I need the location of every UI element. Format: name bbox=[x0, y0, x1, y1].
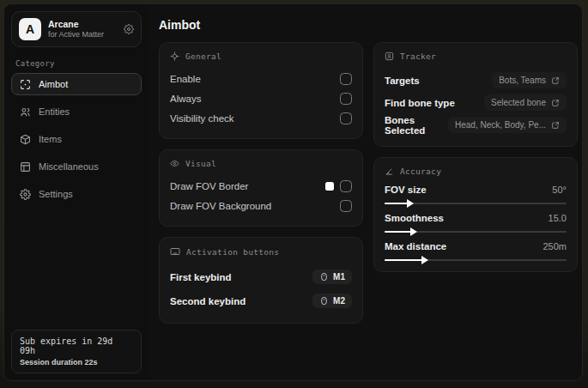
session-duration-text: Session duration 22s bbox=[20, 358, 133, 367]
section-title: Accuracy bbox=[400, 167, 441, 176]
activation-section: Activation buttons First keybind M1 bbox=[159, 237, 363, 324]
app-header: A Arcane for Active Matter bbox=[11, 11, 142, 47]
setting-row-find-bone-type: Find bone type Selected bone bbox=[385, 92, 567, 113]
expand-icon bbox=[551, 121, 560, 130]
accuracy-section: Accuracy FOV size 50° bbox=[373, 157, 578, 272]
app-subtitle: for Active Matter bbox=[48, 30, 117, 39]
mouse-icon bbox=[319, 296, 329, 306]
setting-row-visibility-check: Visibility check bbox=[170, 109, 352, 128]
gear-icon[interactable] bbox=[124, 24, 134, 34]
setting-row-smoothness: Smoothness 15.0 bbox=[385, 213, 567, 233]
smoothness-value: 15.0 bbox=[549, 213, 567, 223]
setting-row-enable: Enable bbox=[170, 70, 352, 88]
crosshair-icon bbox=[170, 52, 179, 61]
second-keybind-button[interactable]: M2 bbox=[312, 294, 352, 308]
draw-fov-background-checkbox[interactable] bbox=[340, 200, 352, 212]
fov-border-color-swatch[interactable] bbox=[325, 182, 334, 191]
app-window: A Arcane for Active Matter Category bbox=[3, 3, 583, 381]
setting-row-bones-selected: Bones Selected Head, Neck, Body, Pe... bbox=[385, 114, 567, 136]
sidebar-item-miscellaneous[interactable]: Miscellaneous bbox=[11, 155, 142, 178]
sidebar-item-label: Settings bbox=[39, 189, 73, 199]
always-checkbox[interactable] bbox=[340, 93, 352, 105]
visibility-check-checkbox[interactable] bbox=[340, 112, 352, 124]
targets-dropdown[interactable]: Bots, Teams bbox=[492, 72, 567, 88]
setting-row-always: Always bbox=[170, 89, 352, 108]
app-logo: A bbox=[19, 18, 41, 40]
gear-icon bbox=[20, 189, 31, 200]
sidebar-nav: Aimbot Entities Items bbox=[11, 73, 142, 205]
find-bone-type-dropdown[interactable]: Selected bone bbox=[484, 94, 567, 111]
first-keybind-button[interactable]: M1 bbox=[312, 270, 352, 284]
visual-section: Visual Draw FOV Border Draw FOV Backgrou… bbox=[159, 149, 363, 227]
section-title: General bbox=[185, 52, 221, 61]
general-section: General Enable Always Visibility check bbox=[159, 42, 363, 139]
slider-thumb[interactable] bbox=[410, 227, 417, 236]
max-distance-value: 250m bbox=[543, 241, 567, 252]
tracker-section: Tracker Targets Bots, Teams bbox=[373, 42, 578, 147]
keyboard-icon bbox=[170, 246, 180, 257]
section-title: Visual bbox=[185, 159, 216, 168]
sidebar-item-label: Miscellaneous bbox=[39, 161, 99, 172]
smoothness-slider[interactable] bbox=[385, 231, 567, 233]
slider-thumb[interactable] bbox=[407, 199, 414, 208]
setting-row-targets: Targets Bots, Teams bbox=[385, 70, 567, 91]
sub-expires-text: Sub expires in 29d 09h bbox=[20, 336, 133, 355]
fov-size-slider[interactable] bbox=[385, 203, 567, 204]
scan-icon bbox=[20, 79, 31, 90]
slider-thumb[interactable] bbox=[421, 256, 428, 264]
target-scan-icon bbox=[385, 52, 394, 61]
sidebar-item-settings[interactable]: Settings bbox=[11, 183, 142, 205]
sidebar-item-aimbot[interactable]: Aimbot bbox=[11, 73, 142, 95]
setting-row-draw-fov-border: Draw FOV Border bbox=[170, 177, 352, 196]
page-title: Aimbot bbox=[159, 18, 572, 32]
section-title: Activation buttons bbox=[186, 247, 279, 257]
angle-icon bbox=[385, 167, 394, 176]
sidebar-item-label: Entities bbox=[39, 106, 70, 117]
main-content: Aimbot General Enable bbox=[149, 4, 582, 380]
expand-icon bbox=[551, 76, 560, 85]
users-icon bbox=[20, 106, 31, 118]
expand-icon bbox=[551, 99, 560, 107]
category-label: Category bbox=[15, 59, 142, 68]
sidebar-item-entities[interactable]: Entities bbox=[11, 100, 142, 123]
setting-row-first-keybind: First keybind M1 bbox=[170, 265, 352, 288]
sidebar-item-items[interactable]: Items bbox=[11, 128, 142, 150]
app-name: Arcane bbox=[48, 19, 117, 30]
cube-icon bbox=[20, 134, 31, 145]
mouse-icon bbox=[319, 272, 329, 282]
draw-fov-border-checkbox[interactable] bbox=[340, 180, 352, 192]
subscription-info: Sub expires in 29d 09h Session duration … bbox=[11, 330, 142, 373]
sidebar: A Arcane for Active Matter Category bbox=[4, 4, 149, 380]
eye-icon bbox=[170, 159, 179, 168]
bones-selected-dropdown[interactable]: Head, Neck, Body, Pe... bbox=[448, 117, 567, 133]
layout-icon bbox=[20, 161, 31, 173]
setting-row-draw-fov-background: Draw FOV Background bbox=[170, 197, 352, 215]
enable-checkbox[interactable] bbox=[340, 73, 352, 85]
sidebar-item-label: Aimbot bbox=[39, 79, 68, 89]
max-distance-slider[interactable] bbox=[385, 259, 567, 261]
section-title: Tracker bbox=[400, 52, 436, 61]
fov-size-value: 50° bbox=[552, 185, 567, 195]
setting-row-fov-size: FOV size 50° bbox=[385, 185, 567, 204]
sidebar-item-label: Items bbox=[39, 134, 62, 144]
setting-row-max-distance: Max distance 250m bbox=[385, 241, 567, 261]
setting-row-second-keybind: Second keybind M2 bbox=[170, 289, 352, 312]
